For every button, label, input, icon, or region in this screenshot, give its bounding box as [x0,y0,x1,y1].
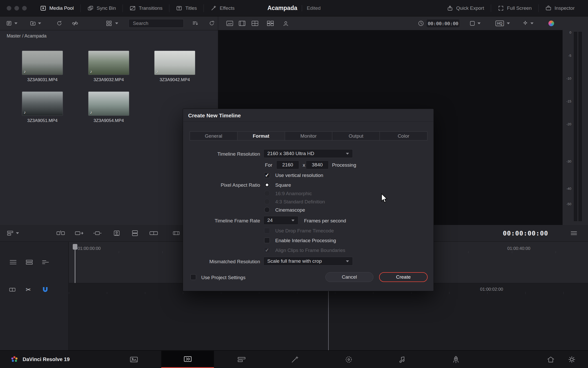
viewer-timecode[interactable]: 00:00:00:00 [427,20,460,27]
width-field[interactable] [276,161,299,169]
titles-button[interactable]: Titles [169,0,204,16]
mismatched-resolution-dropdown[interactable]: Scale full frame with crop [263,257,353,266]
add-bin-icon[interactable] [30,20,36,26]
project-manager-button[interactable] [542,351,560,368]
interlace-processing-checkbox[interactable] [264,238,270,243]
minimize-window-button[interactable] [14,6,19,11]
media-pool-icon [40,5,46,11]
ruler-label-start: 01:00:00:00 [78,246,101,251]
height-field[interactable] [306,161,329,169]
timeline-view-options-icon[interactable] [7,230,14,236]
sort-icon[interactable] [192,20,198,26]
clip-thumbnail: ♪ [154,51,195,75]
quick-export-button[interactable]: Quick Export [440,0,491,16]
par-cinemascope-radio[interactable] [264,207,270,213]
page-tab-deliver[interactable] [437,351,475,368]
dropdown-chevron-icon [346,260,349,262]
page-tab-media[interactable] [115,351,153,368]
page-tab-color[interactable] [329,351,368,368]
close-up-icon[interactable] [112,230,121,237]
color-sync-icon[interactable] [548,21,554,26]
ripple-overwrite-icon[interactable] [93,230,102,237]
tab-color[interactable]: Color [380,132,427,140]
track-view-a-icon[interactable] [9,259,17,265]
search-input[interactable] [128,19,184,28]
smart-insert-icon[interactable] [56,230,65,237]
transitions-button[interactable]: Transitions [123,0,169,16]
media-clip[interactable]: ♪ 3Z3A9032.MP4 [88,51,129,82]
bin-list-chevron-icon[interactable] [14,22,17,24]
unlink-icon[interactable] [72,20,78,26]
edit-page-icon [237,356,246,363]
par-square-radio[interactable] [264,182,270,188]
viewer-image-icon[interactable] [226,21,233,26]
close-window-button[interactable] [7,6,11,11]
razor-tool-icon[interactable]: ✂ [26,286,31,293]
zoom-window-button[interactable] [22,6,27,11]
clip-thumbnail: ♪ [22,51,63,75]
page-tab-edit[interactable] [222,351,261,368]
timeline-menu-icon[interactable] [570,230,578,236]
tab-general[interactable]: General [190,132,237,140]
project-settings-button[interactable] [563,351,581,368]
media-clip[interactable]: ♪ 3Z3A9051.MP4 [22,91,63,123]
source-overwrite-icon[interactable] [149,230,158,237]
page-tab-fusion[interactable] [276,351,314,368]
breadcrumb[interactable]: Master / Acampada [7,33,47,39]
bin-list-icon[interactable] [6,20,12,26]
append-icon[interactable] [75,230,84,237]
timeline-main-track[interactable]: 01:00:02:00 [69,283,588,350]
use-project-settings-checkbox[interactable] [190,274,196,280]
grid-view-icon[interactable] [106,20,112,26]
sync-clips-icon[interactable] [56,20,62,26]
mark-options-chevron-icon[interactable] [477,22,481,24]
processing-label: Processing [332,162,356,168]
transitions-icon [130,5,136,11]
track-view-b-icon[interactable] [25,259,33,265]
enhance-chevron-icon[interactable] [530,22,534,24]
track-view-c-icon[interactable] [42,259,49,265]
snapping-magnet-icon[interactable] [42,286,49,293]
media-clip[interactable]: ♪ 3Z3A9031.MP4 [22,51,63,82]
enhance-icon[interactable] [522,20,528,26]
tab-format[interactable]: Format [237,132,285,140]
refresh-icon[interactable] [209,20,215,26]
timeline-view-chevron-icon[interactable] [16,232,19,234]
frame-rate-dropdown[interactable]: 24 [263,216,298,225]
media-clip[interactable]: ♪ 3Z3A9042.MP4 [154,51,195,82]
use-vertical-resolution-checkbox[interactable] [264,172,270,178]
media-clip[interactable]: ♪ 3Z3A9054.MP4 [88,91,129,123]
full-screen-button[interactable]: Full Screen [491,0,538,16]
viewer-people-icon[interactable] [282,21,289,26]
titles-label: Titles [185,5,197,11]
par-anamorphic-label: 16:9 Anamorphic [275,191,312,196]
sync-bin-button[interactable]: Sync Bin [81,0,123,16]
clip-name: 3Z3A9051.MP4 [22,118,63,123]
hq-playback-icon[interactable]: HQ [495,21,504,26]
dialog-divider [183,121,434,121]
viewer-split-icon[interactable] [251,21,259,26]
trim-mode-icon[interactable] [9,287,16,293]
page-tab-fairlight[interactable] [383,351,422,368]
transition-tool-icon[interactable] [172,230,181,237]
cancel-button[interactable]: Cancel [325,272,373,282]
playhead-handle[interactable] [73,244,77,250]
timeline-frame-rate-label: Timeline Frame Rate [183,218,260,224]
viewer-grid-icon[interactable] [267,21,274,26]
add-bin-chevron-icon[interactable] [38,22,41,24]
inspector-button[interactable]: Inspector [539,0,581,16]
create-button[interactable]: Create [379,272,428,282]
meter-label: -40 [563,187,571,191]
hq-chevron-icon[interactable] [507,22,510,24]
viewer-filmstrip-icon[interactable] [238,21,246,26]
effects-button[interactable]: Effects [204,0,241,16]
tab-output[interactable]: Output [332,132,380,140]
page-tab-cut[interactable] [161,351,214,368]
grid-view-chevron-icon[interactable] [115,22,118,24]
tab-monitor[interactable]: Monitor [285,132,333,140]
timeline-resolution-dropdown[interactable]: 2160 x 3840 Ultra HD [263,149,353,158]
place-on-top-icon[interactable] [130,230,140,237]
media-pool-toggle-button[interactable]: Media Pool [33,0,80,16]
timeline-timecode[interactable]: 00:00:00:00 [503,230,548,237]
mark-options-icon[interactable] [469,20,475,26]
